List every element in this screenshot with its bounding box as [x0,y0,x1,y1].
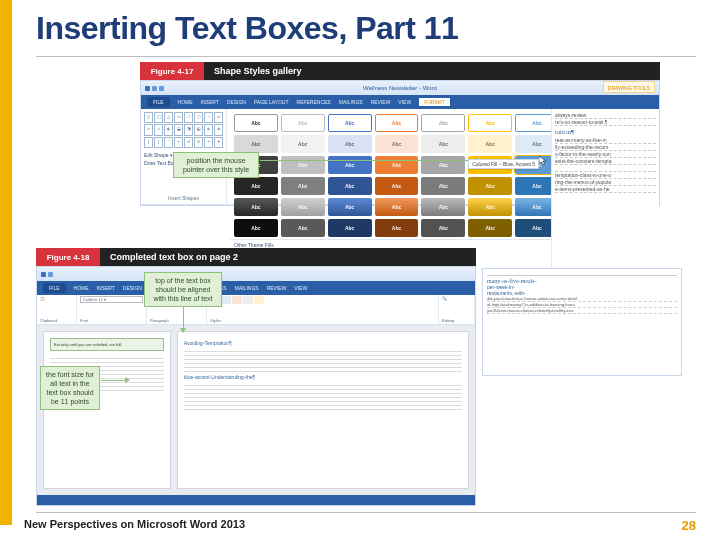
accent-bar [0,0,12,525]
style-swatch[interactable]: Abc [234,177,278,195]
figure-4-17: Figure 4-17 Shape Styles gallery Wellnes… [140,62,660,206]
doc-line [184,368,462,372]
style-swatch[interactable]: Abc [421,198,465,216]
style-swatch[interactable]: Abc [375,198,419,216]
style-swatch[interactable]: Abc [468,135,512,153]
group-label-insert-shapes: Insert Shapes [144,193,223,201]
doc-heading-blue: blue-accent-Understanding-the¶ [184,374,462,380]
tab-format[interactable]: FORMAT [419,98,450,106]
page-right: Avoiding-Temptation¶ blue-accent-Underst… [177,331,469,489]
divider-top [36,56,696,57]
ribbon-body: 📋Clipboard Calibri ▾ 11 ▾Font ≡ ≣ ☰Parag… [37,295,475,325]
doc-line [184,406,462,410]
tab-file[interactable]: FILE [147,97,170,107]
style-swatch[interactable]: Abc [281,156,325,174]
styles-gallery-mini[interactable] [210,296,435,304]
tab-insert[interactable]: INSERT [201,99,219,105]
shapes-gallery[interactable]: ◻◯△▭⬠⬡☆⇨ ▱◇◐⬓⬔⬕⬖⬗ {}⌒∿↺↻✧✦ [144,112,223,148]
page-left: Eat only until you are satisfied, not fu… [43,331,171,489]
style-swatch[interactable]: Abc [468,198,512,216]
style-swatch[interactable]: Abc [421,135,465,153]
doc-line: ring-the-menus-of-popula [555,179,656,186]
style-swatch[interactable]: Abc [421,219,465,237]
doc-line: s-factor-in-the-nearly-con [555,151,656,158]
tab-home[interactable]: HOME [178,99,193,105]
style-swatch[interactable]: Abc [281,177,325,195]
group-editing: 🔍Editing [439,295,475,324]
figure-number: Figure 4-17 [140,62,204,80]
ribbon-tabs: FILE HOME INSERT DESIGN PAGE LAYOUT REFE… [141,95,659,109]
arrow-head-icon [180,328,186,333]
callout-arrow [260,160,475,161]
style-swatch[interactable]: Abc [281,135,325,153]
style-swatch[interactable]: Abc [281,198,325,216]
qat-undo-icon[interactable] [159,86,164,91]
style-swatch[interactable]: Abc [421,177,465,195]
callout-top-align: top of the text box should be aligned wi… [144,272,222,307]
tab-mailings[interactable]: MAILINGS [235,285,259,291]
style-swatch[interactable]: Abc [421,114,465,132]
tab-view[interactable]: VIEW [398,99,411,105]
style-swatch[interactable]: Abc [421,156,465,174]
style-swatch[interactable]: Abc [328,219,372,237]
slide-title: Inserting Text Boxes, Part 11 [36,10,458,47]
shape-styles-gallery[interactable]: Abc Abc Abc Abc Abc Abc Abc Abc Abc Abc … [230,112,563,239]
style-swatch[interactable]: Abc [375,135,419,153]
style-swatch[interactable]: Abc [328,177,372,195]
style-swatch[interactable]: Abc [468,177,512,195]
tab-references[interactable]: REFERENCES [297,99,331,105]
tab-design[interactable]: DESIGN [227,99,246,105]
doc-heading: tation¶ [555,128,656,136]
tab-page-layout[interactable]: PAGE LAYOUT [254,99,289,105]
doc-line: you'll-learn-how-to-choose-relatively-he… [487,308,677,314]
style-swatch[interactable]: Abc [234,114,278,132]
completed-text-box[interactable]: Eat only until you are satisfied, not fu… [50,338,164,351]
style-swatch[interactable]: Abc [328,114,372,132]
qat-save-icon[interactable] [48,272,53,277]
style-swatch[interactable]: Abc [281,114,325,132]
doc-textbox-heading: many-as-five-meals- [487,275,677,284]
document-preview-right: always-review re's-no-reason-to-wait.¶ t… [551,109,659,269]
tab-review[interactable]: REVIEW [371,99,391,105]
doc-line: temptation-class-is-one-o [555,172,656,179]
figure-4-18: Figure 4-18 Completed text box on page 2… [36,248,476,506]
figure-number: Figure 4-18 [36,248,100,266]
qat-save-icon[interactable] [152,86,157,91]
figure-caption-bar: Figure 4-17 Shape Styles gallery [140,62,660,80]
tab-insert[interactable]: INSERT [97,285,115,291]
tab-home[interactable]: HOME [74,285,89,291]
callout-font-size: the font size for all text in the text b… [40,366,100,410]
tab-view[interactable]: VIEW [294,285,307,291]
word-window: FILE HOME INSERT DESIGN PAGE LAYOUT REFE… [36,266,476,506]
callout-arrow [101,380,125,381]
contextual-tab-label: DRAWING TOOLS [603,81,655,93]
style-swatch[interactable]: Abc [375,156,419,174]
style-swatch[interactable]: Abc [328,156,372,174]
doc-line: e-items-presented-as-he [555,186,656,193]
tab-mailings[interactable]: MAILINGS [339,99,363,105]
style-swatch[interactable]: Abc [468,114,512,132]
status-bar [37,495,475,505]
group-clipboard: 📋Clipboard [37,295,77,324]
tab-design[interactable]: DESIGN [123,285,142,291]
style-swatch[interactable]: Abc [375,114,419,132]
group-font: Calibri ▾ 11 ▾Font [77,295,147,324]
style-swatch[interactable]: Abc [234,219,278,237]
style-swatch[interactable]: Abc [234,135,278,153]
style-swatch[interactable]: Abc [281,219,325,237]
word-icon [145,86,150,91]
style-swatch[interactable]: Abc [328,135,372,153]
style-swatch[interactable]: Abc [328,198,372,216]
style-swatch[interactable]: Abc [234,198,278,216]
figure-caption: Shape Styles gallery [204,66,302,76]
figure-caption-bar: Figure 4-18 Completed text box on page 2 [36,248,476,266]
word-icon [41,272,46,277]
style-swatch[interactable]: Abc [375,219,419,237]
style-swatch[interactable]: Abc [375,177,419,195]
tab-file[interactable]: FILE [43,283,66,293]
doc-line: always-review [555,112,656,119]
group-shape-styles: Abc Abc Abc Abc Abc Abc Abc Abc Abc Abc … [227,109,567,204]
style-swatch[interactable]: Abc [468,219,512,237]
footer-text: New Perspectives on Microsoft Word 2013 [24,518,245,530]
tab-review[interactable]: REVIEW [267,285,287,291]
